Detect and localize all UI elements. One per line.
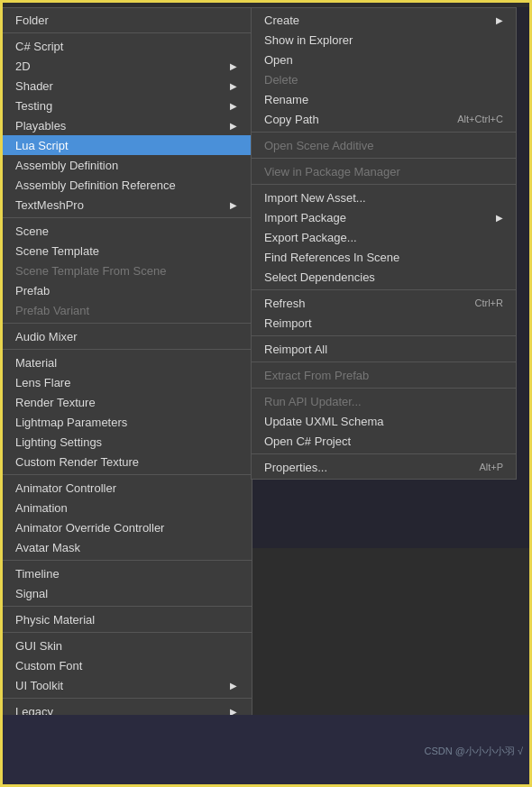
menu-item-label: Show in Explorer [264, 33, 503, 47]
menu-separator [1, 632, 252, 633]
right-menu-item-select-dependencies[interactable]: Select Dependencies [252, 267, 516, 287]
left-menu-item-lens-flare[interactable]: Lens Flare [1, 372, 252, 392]
menu-item-label: Material [15, 356, 57, 370]
menu-item-label: Folder [15, 14, 49, 27]
submenu-arrow-icon: ▶ [230, 200, 237, 210]
left-menu-item-scene[interactable]: Scene [1, 221, 252, 241]
left-menu-item-prefab[interactable]: Prefab [1, 280, 252, 300]
menu-item-label: Animation [15, 501, 68, 515]
menu-item-label: Assembly Definition [15, 159, 118, 172]
left-menu-item-assembly-def[interactable]: Assembly Definition [1, 155, 252, 175]
right-menu-item-import-new-asset[interactable]: Import New Asset... [252, 188, 516, 207]
menu-separator [1, 323, 252, 324]
right-menu-item-extract-from-prefab: Extract From Prefab [252, 365, 516, 385]
left-menu-item-playables[interactable]: Playables▶ [1, 115, 252, 135]
right-menu-item-reimport-all[interactable]: Reimport All [252, 339, 516, 359]
context-menu-container: FolderC# Script2D▶Shader▶Testing▶Playabl… [0, 7, 252, 770]
left-menu-item-material[interactable]: Material [1, 352, 252, 372]
menu-item-shortcut: Alt+P [479, 462, 503, 472]
left-menu-item-lightmap-params[interactable]: Lightmap Parameters [1, 412, 252, 432]
right-menu-item-properties[interactable]: Properties...Alt+P [252, 457, 516, 477]
menu-item-label: Run API Updater... [264, 395, 503, 408]
left-menu-item-textmeshpro[interactable]: TextMeshPro▶ [1, 195, 252, 215]
right-menu-item-find-references[interactable]: Find References In Scene [252, 247, 516, 267]
left-menu-item-lua-script[interactable]: Lua Script [1, 135, 252, 155]
left-menu-item-avatar-mask[interactable]: Avatar Mask [1, 537, 252, 557]
left-menu-item-scene-template[interactable]: Scene Template [1, 241, 252, 261]
right-menu-item-import-package[interactable]: Import Package▶ [252, 207, 516, 227]
menu-item-label: Lua Script [15, 139, 69, 152]
menu-item-label: Refresh [264, 297, 457, 310]
left-menu-item-ui-toolkit[interactable]: UI Toolkit▶ [1, 675, 252, 695]
right-menu-item-open-csharp-project[interactable]: Open C# Project [252, 431, 516, 451]
menu-item-label: Animator Override Controller [15, 521, 164, 535]
submenu-arrow-icon: ▶ [230, 101, 237, 111]
menu-item-label: 2D [15, 59, 31, 73]
menu-separator [1, 349, 252, 350]
menu-item-label: Lightmap Parameters [15, 416, 127, 429]
left-context-menu: FolderC# Script2D▶Shader▶Testing▶Playabl… [0, 7, 252, 770]
menu-item-label: Signal [15, 587, 48, 600]
menu-separator [252, 453, 516, 454]
right-menu-item-update-uxml[interactable]: Update UXML Schema [252, 411, 516, 431]
menu-separator [1, 474, 252, 475]
menu-item-label: Audio Mixer [15, 330, 78, 343]
left-menu-item-2d[interactable]: 2D▶ [1, 56, 252, 76]
menu-item-label: Timeline [15, 567, 60, 581]
left-menu-item-assembly-def-ref[interactable]: Assembly Definition Reference [1, 175, 252, 195]
left-menu-item-animator-override[interactable]: Animator Override Controller [1, 517, 252, 537]
right-menu-item-rename[interactable]: Rename [252, 89, 516, 109]
menu-item-label: Shader [15, 79, 53, 93]
left-menu-item-custom-font[interactable]: Custom Font [1, 655, 252, 675]
menu-item-label: GUI Skin [15, 639, 62, 653]
menu-item-label: Import Package [264, 211, 489, 224]
left-menu-item-timeline[interactable]: Timeline [1, 563, 252, 583]
right-menu-item-open[interactable]: Open [252, 50, 516, 69]
menu-item-label: Scene Template [15, 244, 99, 258]
left-menu-item-folder[interactable]: Folder [1, 10, 252, 30]
menu-item-label: Find References In Scene [264, 251, 503, 264]
left-menu-item-testing[interactable]: Testing▶ [1, 96, 252, 115]
menu-item-label: Export Package... [264, 231, 503, 244]
menu-item-label: Extract From Prefab [264, 369, 503, 382]
left-menu-item-animator-controller[interactable]: Animator Controller [1, 478, 252, 498]
left-menu-item-signal[interactable]: Signal [1, 583, 252, 603]
left-menu-item-csharp[interactable]: C# Script [1, 36, 252, 56]
menu-item-label: Physic Material [15, 613, 95, 627]
left-menu-item-gui-skin[interactable]: GUI Skin [1, 636, 252, 655]
menu-item-label: Delete [264, 73, 503, 87]
left-menu-item-custom-render-texture[interactable]: Custom Render Texture [1, 452, 252, 471]
menu-item-label: Avatar Mask [15, 541, 80, 554]
submenu-arrow-icon: ▶ [230, 81, 237, 91]
menu-separator [252, 335, 516, 336]
menu-item-label: Scene [15, 224, 49, 238]
menu-item-label: Open Scene Additive [264, 139, 503, 152]
right-menu-item-create[interactable]: Create▶ [252, 10, 516, 30]
left-menu-item-animation[interactable]: Animation [1, 498, 252, 517]
bottom-bar: CSDN @小小小小羽 √ [0, 715, 532, 787]
left-menu-item-physic-material[interactable]: Physic Material [1, 609, 252, 629]
right-menu-item-export-package[interactable]: Export Package... [252, 227, 516, 247]
left-menu-item-lighting-settings[interactable]: Lighting Settings [1, 432, 252, 452]
menu-item-label: Copy Path [264, 113, 439, 126]
menu-item-label: Render Texture [15, 396, 96, 409]
menu-separator [252, 388, 516, 389]
menu-item-shortcut: Ctrl+R [475, 297, 503, 308]
right-context-menu: Create▶Show in ExplorerOpenDeleteRenameC… [251, 7, 517, 480]
right-menu-item-refresh[interactable]: RefreshCtrl+R [252, 293, 516, 313]
menu-item-label: Playables [15, 119, 66, 133]
menu-separator [1, 698, 252, 699]
left-menu-item-scene-template-from: Scene Template From Scene [1, 261, 252, 280]
left-menu-item-render-texture[interactable]: Render Texture [1, 392, 252, 412]
menu-item-label: Import New Asset... [264, 191, 503, 205]
menu-item-label: Update UXML Schema [264, 415, 503, 428]
submenu-arrow-icon: ▶ [496, 15, 503, 25]
right-menu-item-show-explorer[interactable]: Show in Explorer [252, 30, 516, 50]
menu-item-label: View in Package Manager [264, 165, 503, 178]
right-menu-item-copy-path[interactable]: Copy PathAlt+Ctrl+C [252, 109, 516, 129]
left-menu-item-shader[interactable]: Shader▶ [1, 76, 252, 96]
right-menu-item-reimport[interactable]: Reimport [252, 313, 516, 333]
menu-item-label: C# Script [15, 40, 63, 53]
left-menu-item-audio-mixer[interactable]: Audio Mixer [1, 326, 252, 346]
menu-item-label: Custom Font [15, 659, 82, 673]
